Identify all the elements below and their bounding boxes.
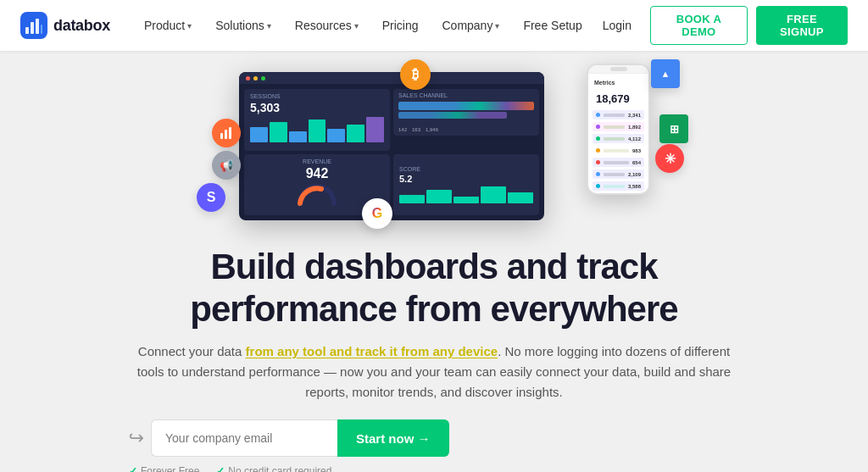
phone-val: 983 xyxy=(632,148,641,153)
score-chart xyxy=(399,186,533,203)
login-button[interactable]: Login xyxy=(593,12,642,39)
phone-line xyxy=(604,149,629,153)
phone-val: 4,112 xyxy=(628,136,641,142)
phone-row: 3,588 xyxy=(593,181,644,191)
metric-sessions-label: SESSIONS xyxy=(250,93,384,99)
phone-dot xyxy=(596,148,600,153)
free-signup-button[interactable]: FREE SIGNUP xyxy=(756,6,848,45)
window-maximize-dot xyxy=(261,76,265,81)
sales-channel-card: SALES CHANNEL 142 163 1,946 xyxy=(393,89,539,136)
phone-title: Metrics xyxy=(593,78,644,87)
nav-solutions[interactable]: Solutions ▾ xyxy=(205,12,281,39)
subtext-highlight: from any tool and track it from any devi… xyxy=(246,344,498,358)
chevron-down-icon: ▾ xyxy=(495,21,499,31)
svg-rect-4 xyxy=(41,25,42,34)
logo[interactable]: databox xyxy=(20,12,110,39)
phone-dot xyxy=(596,184,600,188)
cta-row: ↩ Start now → xyxy=(129,419,739,457)
bar xyxy=(399,195,425,203)
main-screen-mockup: SESSIONS 5,303 SALES CHANNE xyxy=(239,72,544,220)
bar xyxy=(347,125,364,142)
checkmark-icon: ✓ xyxy=(216,465,225,472)
google-icon: G xyxy=(362,198,392,229)
brand-name: databox xyxy=(53,17,110,35)
sessions-chart xyxy=(250,117,384,142)
nav-free-setup[interactable]: Free Setup xyxy=(513,12,592,39)
nav-product[interactable]: Product ▾ xyxy=(134,12,202,39)
chevron-down-icon: ▾ xyxy=(187,21,192,31)
window-close-dot xyxy=(246,76,250,81)
start-now-button[interactable]: Start now → xyxy=(337,419,449,457)
bar xyxy=(309,119,326,142)
hero-section: + + + SESSIONS 5,303 xyxy=(0,51,868,472)
phone-row: 983 xyxy=(593,146,644,155)
no-credit-card-check: ✓ No credit card required xyxy=(216,465,331,472)
phone-val: 1,892 xyxy=(628,125,641,130)
phone-mockup: Metrics 18,679 2,341 1,892 4,112 xyxy=(587,64,650,195)
google-sheets-icon: ⊞ xyxy=(659,114,688,143)
svg-rect-5 xyxy=(220,133,223,139)
checkmark-icon: ✓ xyxy=(129,465,137,472)
google-g-letter: G xyxy=(372,206,382,221)
metric-revenue-label: REVENUE xyxy=(303,158,331,164)
speaker-icon: 📢 xyxy=(212,151,241,180)
bar xyxy=(481,186,506,203)
svg-rect-1 xyxy=(25,27,29,34)
dashboard-illustration: + + + SESSIONS 5,303 xyxy=(137,59,731,237)
phone-line xyxy=(604,173,625,176)
bar xyxy=(270,122,287,142)
funnel-visual xyxy=(398,100,534,125)
phone-dot xyxy=(596,160,600,164)
hero-subtext: Connect your data from any tool and trac… xyxy=(129,342,739,403)
phone-line xyxy=(604,114,625,117)
phone-big-value: 18,679 xyxy=(593,91,644,107)
phone-row: 4,112 xyxy=(593,134,644,143)
nav-resources[interactable]: Resources ▾ xyxy=(285,12,369,39)
phone-row: 2,109 xyxy=(593,169,644,179)
nav-links: Product ▾ Solutions ▾ Resources ▾ Pricin… xyxy=(134,12,593,39)
metric-score-value: 5.2 xyxy=(399,174,533,184)
stripe-icon: S xyxy=(197,183,225,212)
screen-topbar xyxy=(239,72,544,84)
phone-row: 2,341 xyxy=(593,110,644,119)
arrow-hint: ↩ xyxy=(129,427,144,449)
phone-line xyxy=(604,137,625,141)
phone-line xyxy=(604,185,625,188)
logo-icon xyxy=(20,12,47,39)
phone-dot xyxy=(596,136,600,141)
nav-actions: Login BOOK A DEMO FREE SIGNUP xyxy=(593,6,848,45)
bar xyxy=(327,129,345,143)
nav-company[interactable]: Company ▾ xyxy=(431,12,509,39)
phone-dot xyxy=(596,125,600,129)
svg-rect-2 xyxy=(31,22,34,34)
nav-pricing[interactable]: Pricing xyxy=(372,12,429,39)
phone-val: 2,109 xyxy=(628,172,641,177)
bar xyxy=(508,192,533,203)
gauge-chart xyxy=(296,183,338,207)
phone-line xyxy=(604,161,629,164)
forever-free-check: ✓ Forever Free xyxy=(129,465,199,472)
hero-headline: Build dashboards and track performance f… xyxy=(129,246,739,330)
phone-val: 2,341 xyxy=(628,113,641,118)
google-ads-icon: ▲ xyxy=(651,59,680,88)
email-input[interactable] xyxy=(151,419,337,457)
metric-sessions-value: 5,303 xyxy=(250,101,384,114)
book-demo-button[interactable]: BOOK A DEMO xyxy=(650,6,748,45)
phone-row: 1,892 xyxy=(593,122,644,131)
svg-rect-6 xyxy=(225,130,227,139)
phone-topbar xyxy=(588,65,648,74)
bar xyxy=(289,131,307,143)
svg-rect-3 xyxy=(36,19,39,34)
bar xyxy=(426,190,452,203)
svg-rect-7 xyxy=(229,127,231,139)
funnel-bar-2 xyxy=(398,112,507,119)
bar xyxy=(250,127,268,142)
bitcoin-icon: ₿ xyxy=(400,59,431,90)
phone-body: Metrics 18,679 2,341 1,892 4,112 xyxy=(588,74,648,195)
navbar: databox Product ▾ Solutions ▾ Resources … xyxy=(0,0,868,51)
phone-val: 654 xyxy=(632,160,641,165)
chart-icon xyxy=(219,125,234,141)
analytics-icon xyxy=(212,119,241,147)
chevron-down-icon: ▾ xyxy=(267,21,271,31)
phone-row: 654 xyxy=(593,158,644,167)
